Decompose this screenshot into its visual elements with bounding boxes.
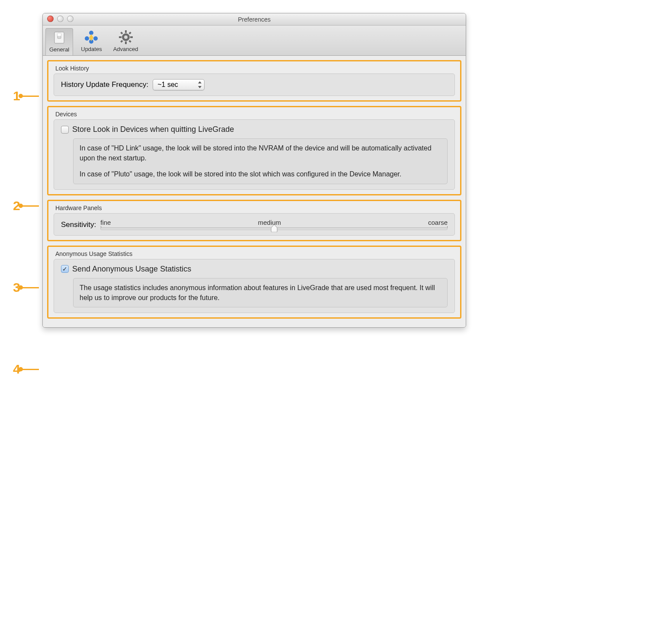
svg-rect-12 <box>119 36 122 38</box>
stats-description: The usage statistics includes anonymous … <box>73 278 448 307</box>
svg-rect-11 <box>125 42 127 44</box>
close-window-button[interactable] <box>47 16 54 22</box>
svg-marker-7 <box>89 34 93 38</box>
gear-icon <box>118 30 133 45</box>
store-look-checkbox[interactable] <box>61 126 69 134</box>
send-stats-label: Send Anonymous Usage Statistics <box>72 265 191 274</box>
tab-advanced[interactable]: Advanced <box>110 28 142 55</box>
send-stats-checkbox[interactable]: ✓ <box>61 265 69 273</box>
svg-point-4 <box>85 36 89 41</box>
section-devices: Devices Store Look in Devices when quitt… <box>47 106 461 195</box>
svg-point-5 <box>93 36 98 41</box>
svg-point-18 <box>124 35 128 39</box>
annotation-4: 4 <box>13 362 39 377</box>
frequency-label: History Update Frequency: <box>61 80 148 89</box>
slider-thumb[interactable] <box>271 224 278 232</box>
section-usage-stats: Anonymous Usage Statistics ✓ Send Anonym… <box>47 246 461 319</box>
window-title: Preferences <box>238 16 270 23</box>
switch-icon <box>52 30 67 45</box>
tab-general[interactable]: General <box>45 28 73 55</box>
svg-rect-13 <box>130 36 133 38</box>
tab-label: General <box>49 46 69 53</box>
tab-updates[interactable]: Updates <box>77 28 105 55</box>
checkmark-icon: ✓ <box>62 266 67 272</box>
section-look-history: Look History History Update Frequency: ~… <box>47 60 461 102</box>
svg-rect-17 <box>128 40 131 42</box>
section-title: Hardware Panels <box>55 204 455 211</box>
svg-rect-16 <box>120 40 123 42</box>
section-title: Devices <box>55 111 455 118</box>
section-title: Anonymous Usage Statistics <box>55 250 455 257</box>
section-title: Look History <box>55 65 455 72</box>
frequency-select[interactable]: ~1 sec <box>153 79 205 90</box>
annotation-3: 3 <box>13 280 39 295</box>
preferences-window: Preferences General <box>42 13 466 328</box>
sensitivity-label: Sensitivity: <box>61 220 96 230</box>
tab-label: Advanced <box>113 46 138 52</box>
store-look-label: Store Look in Devices when quitting Live… <box>72 125 234 134</box>
svg-rect-14 <box>120 32 123 34</box>
preferences-toolbar: General Updates <box>43 26 466 56</box>
sensitivity-slider[interactable]: fine medium coarse <box>100 219 448 230</box>
svg-rect-15 <box>128 32 131 34</box>
titlebar: Preferences <box>43 13 466 26</box>
devices-description: In case of "HD Link" usage, the look wil… <box>73 138 448 184</box>
zoom-window-button[interactable] <box>67 16 74 22</box>
svg-rect-10 <box>125 30 127 33</box>
annotation-2: 2 <box>13 198 39 213</box>
updates-icon <box>84 30 99 45</box>
tab-label: Updates <box>81 46 102 52</box>
svg-rect-2 <box>58 33 61 36</box>
minimize-window-button[interactable] <box>57 16 64 22</box>
annotation-1: 1 <box>13 89 39 103</box>
section-hardware-panels: Hardware Panels Sensitivity: fine medium… <box>47 200 461 241</box>
